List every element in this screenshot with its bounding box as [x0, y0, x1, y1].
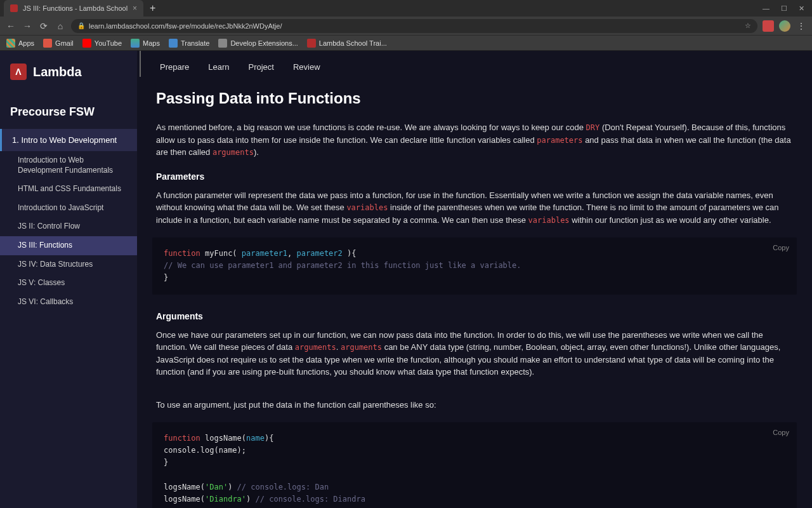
reload-button[interactable]: ⟳ — [38, 21, 49, 31]
lesson-intro-web-dev[interactable]: Introduction to Web Development Fundamen… — [0, 151, 137, 180]
bm-label: Develop Extensions... — [230, 39, 298, 47]
new-tab-button[interactable]: + — [143, 3, 162, 14]
tab-review[interactable]: Review — [293, 62, 320, 77]
bm-label: Translate — [181, 39, 209, 47]
bookmark-youtube[interactable]: YouTube — [82, 39, 122, 48]
back-button[interactable]: ← — [5, 21, 16, 31]
browser-tab[interactable]: JS III: Functions - Lambda School × — [4, 0, 143, 17]
string: 'Diandra' — [205, 495, 246, 504]
home-button[interactable]: ⌂ — [55, 21, 66, 31]
bookmark-apps[interactable]: Apps — [6, 39, 34, 48]
profile-avatar-icon[interactable] — [779, 20, 790, 32]
tab-project[interactable]: Project — [249, 62, 274, 77]
minimize-icon[interactable]: — — [763, 4, 769, 13]
code-arguments: arguments — [341, 343, 382, 352]
text: } — [164, 272, 785, 284]
kw: function — [164, 249, 200, 258]
lock-icon: 🔒 — [77, 22, 85, 29]
sidebar-unit[interactable]: 1. Intro to Web Development — [0, 129, 137, 151]
text: ). — [254, 147, 259, 157]
text: ){ — [343, 249, 357, 258]
code-variables: variables — [346, 203, 388, 212]
bm-label: Maps — [143, 39, 160, 47]
lesson-js2[interactable]: JS II: Control Flow — [0, 217, 137, 236]
arguments-paragraph: Once we have our parameters set up in ou… — [137, 325, 812, 382]
intro-paragraph: As mentioned before, a big reason we use… — [137, 117, 812, 163]
course-title: Precourse FSW — [0, 86, 137, 129]
code-arguments: arguments — [213, 148, 254, 157]
brand-name: Lambda — [33, 65, 82, 79]
lesson-intro-js[interactable]: Introduction to JavaScript — [0, 199, 137, 218]
menu-icon[interactable]: ⋮ — [796, 21, 807, 31]
subhead-arguments: Arguments — [137, 302, 812, 325]
text: logsName( — [164, 483, 205, 491]
text: ) — [246, 495, 255, 504]
fn: logsName( — [200, 434, 246, 443]
code-dry: DRY — [586, 123, 600, 132]
youtube-icon — [82, 39, 91, 48]
gmail-icon — [43, 39, 52, 48]
tab-learn[interactable]: Learn — [208, 62, 229, 77]
bookmark-develop-extensions[interactable]: Develop Extensions... — [218, 39, 298, 48]
lesson-js6[interactable]: JS VI: Callbacks — [0, 293, 137, 312]
bookmark-lambda-training[interactable]: Lambda School Trai... — [307, 39, 387, 48]
code-arguments: arguments — [295, 343, 336, 352]
browser-toolbar: ← → ⟳ ⌂ 🔒 learn.lambdaschool.com/fsw-pre… — [0, 17, 812, 36]
param: name — [246, 434, 265, 443]
text: } — [164, 457, 785, 469]
lesson-html-css[interactable]: HTML and CSS Fundamentals — [0, 180, 137, 199]
tab-close-icon[interactable]: × — [133, 4, 137, 13]
arguments-paragraph-2: To use an argument, just put the data in… — [137, 395, 812, 415]
page-heading: Passing Data into Functions — [137, 77, 812, 117]
text: , — [287, 249, 296, 258]
param: parameter1 — [242, 249, 287, 258]
bm-label: Lambda School Trai... — [319, 39, 387, 47]
comment: // console.logs: Dan — [237, 483, 329, 491]
tab-prepare[interactable]: Prepare — [160, 62, 189, 77]
brand[interactable]: Λ Lambda — [0, 51, 137, 86]
fn: myFunc( — [200, 249, 242, 258]
lesson-js3[interactable]: JS III: Functions — [0, 236, 137, 255]
apps-icon — [6, 39, 15, 48]
text: console.log(name); — [164, 444, 785, 457]
url-text: learn.lambdaschool.com/fsw-pre/module/re… — [89, 22, 282, 30]
text: As mentioned before, a big reason we use… — [156, 123, 586, 132]
code-parameters: parameters — [537, 136, 582, 145]
close-icon[interactable]: ✕ — [799, 4, 804, 13]
forward-button[interactable]: → — [22, 21, 33, 31]
extension-icon[interactable] — [763, 20, 774, 32]
star-icon[interactable]: ☆ — [745, 22, 751, 30]
bookmark-translate[interactable]: Translate — [169, 39, 209, 48]
parameters-paragraph: A function parameter will represent the … — [137, 185, 812, 231]
text: ) — [228, 483, 237, 491]
maximize-icon[interactable]: ☐ — [781, 4, 787, 13]
lesson-js4[interactable]: JS IV: Data Structures — [0, 255, 137, 274]
param: parameter2 — [297, 249, 343, 258]
comment: // We can use parameter1 and parameter2 … — [164, 260, 785, 272]
titlebar: JS III: Functions - Lambda School × + — … — [0, 0, 812, 17]
content-tabs: Prepare Learn Project Review — [140, 51, 812, 77]
address-bar[interactable]: 🔒 learn.lambdaschool.com/fsw-pre/module/… — [71, 19, 757, 33]
string: 'Dan' — [205, 483, 228, 491]
bookmark-gmail[interactable]: Gmail — [43, 39, 74, 48]
code-example-1: Copy function myFunc( parameter1, parame… — [152, 237, 797, 295]
kw: function — [164, 434, 200, 443]
brand-logo-icon: Λ — [10, 64, 27, 80]
bookmark-maps[interactable]: Maps — [131, 39, 160, 48]
text: within our function just as we would any… — [570, 215, 771, 225]
copy-button[interactable]: Copy — [773, 427, 789, 439]
page-body: Λ Lambda Precourse FSW 1. Intro to Web D… — [0, 51, 812, 508]
subhead-parameters: Parameters — [137, 163, 812, 185]
lambda-icon — [307, 39, 316, 48]
tab-title: JS III: Functions - Lambda School — [23, 4, 128, 12]
text: logsName( — [164, 495, 205, 504]
window-controls: — ☐ ✕ — [763, 4, 812, 13]
bm-label: YouTube — [95, 39, 122, 47]
copy-button[interactable]: Copy — [773, 243, 789, 254]
favicon-icon — [10, 4, 18, 12]
text: ){ — [265, 434, 273, 443]
bm-label: Apps — [18, 39, 34, 47]
lesson-js5[interactable]: JS V: Classes — [0, 274, 137, 293]
code-example-2: Copy function logsName(name){ console.lo… — [152, 422, 797, 508]
bm-label: Gmail — [55, 39, 74, 47]
